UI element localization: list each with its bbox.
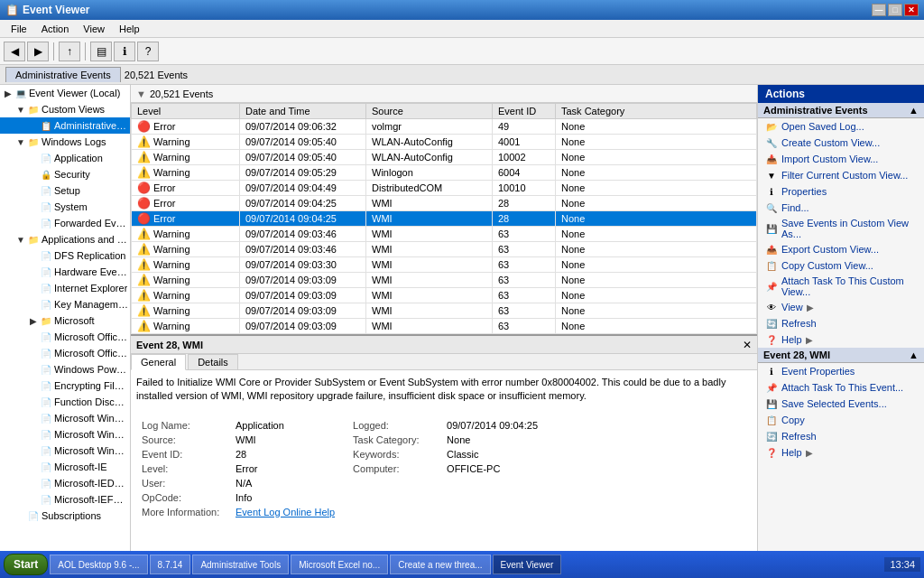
action-item-properties[interactable]: ℹProperties xyxy=(758,183,924,200)
table-row[interactable]: 🔴 Error09/07/2014 09:04:25WMI28None xyxy=(132,196,757,211)
action-item-copy[interactable]: 📋Copy xyxy=(758,412,924,428)
event-table-container[interactable]: Level Date and Time Source Event ID Task… xyxy=(131,103,757,334)
action-item-attach-task-to-this-event---[interactable]: 📌Attach Task To This Event... xyxy=(758,379,924,396)
admin-events-tab[interactable]: Administrative Events xyxy=(5,67,121,82)
col-level[interactable]: Level xyxy=(132,104,240,119)
menu-item-help[interactable]: Help xyxy=(112,22,147,36)
tree-item-microsoft[interactable]: ▶📁Microsoft xyxy=(0,312,130,329)
table-row[interactable]: ⚠️ Warning09/07/2014 09:05:29Winlogon600… xyxy=(132,165,757,181)
menu-item-view[interactable]: View xyxy=(76,22,112,36)
tree-item-dfs-replication[interactable]: 📄DFS Replication xyxy=(0,247,130,264)
action-item-copy-custom-view---[interactable]: 📋Copy Custom View... xyxy=(758,257,924,274)
action-item-refresh[interactable]: 🔄Refresh xyxy=(758,428,924,444)
action-item-create-custom-view---[interactable]: 🔧Create Custom View... xyxy=(758,135,924,151)
tree-item-subscriptions[interactable]: 📄Subscriptions xyxy=(0,508,130,524)
taskbar-item-administrative-tools[interactable]: Administrative Tools xyxy=(192,555,289,574)
help-button[interactable]: ? xyxy=(137,42,159,61)
table-row[interactable]: ⚠️ Warning09/07/2014 09:03:30WMI63None xyxy=(132,257,757,273)
taskbar-item-8-7-14[interactable]: 8.7.14 xyxy=(150,555,191,574)
tree-item-encrypting-file-system[interactable]: 📄Encrypting File System xyxy=(0,378,130,394)
tree-item-label: Windows Logs xyxy=(42,136,106,147)
table-row[interactable]: 🔴 Error09/07/2014 09:06:32volmgr49None xyxy=(132,119,757,135)
tree-expand-icon xyxy=(27,152,40,164)
tree-item-application[interactable]: 📄Application xyxy=(0,150,130,166)
maximize-button[interactable]: □ xyxy=(888,4,902,16)
tree-item-function-discovery-provi---[interactable]: 📄Function Discovery Provi... xyxy=(0,394,130,410)
table-row[interactable]: ⚠️ Warning09/07/2014 09:03:09WMI63None xyxy=(132,288,757,303)
table-row[interactable]: 🔴 Error09/07/2014 09:04:25WMI28None xyxy=(132,211,757,227)
col-datetime[interactable]: Date and Time xyxy=(240,104,366,119)
taskbar-item-aol-desktop-9-6-----[interactable]: AOL Desktop 9.6 -... xyxy=(50,555,147,574)
tree-item-windows-powershell[interactable]: 📄Windows PowerShell xyxy=(0,361,130,378)
tree-item-administrative-events[interactable]: 📋Administrative Events xyxy=(0,117,130,134)
col-category[interactable]: Task Category xyxy=(556,104,757,119)
event-log-online-help-link[interactable]: Event Log Online Help xyxy=(236,507,335,517)
action-item-event-properties[interactable]: ℹEvent Properties xyxy=(758,363,924,379)
menu-item-file[interactable]: File xyxy=(4,22,34,36)
table-row[interactable]: ⚠️ Warning09/07/2014 09:03:09WMI63None xyxy=(132,273,757,288)
table-row[interactable]: ⚠️ Warning09/07/2014 09:05:40WLAN-AutoCo… xyxy=(132,150,757,165)
tree-item-applications-and-services-lo--[interactable]: ▼📁Applications and Services Lo... xyxy=(0,231,130,247)
table-row[interactable]: ⚠️ Warning09/07/2014 09:03:46WMI63None xyxy=(132,227,757,242)
action-item-save-selected-events---[interactable]: 💾Save Selected Events... xyxy=(758,396,924,412)
tree-item-microsoft-iedvtool[interactable]: 📄Microsoft-IEDVTOOL xyxy=(0,475,130,491)
properties-button[interactable]: ℹ xyxy=(114,42,135,61)
detail-close-button[interactable]: ✕ xyxy=(743,339,752,351)
tree-item-microsoft-windows-servi---[interactable]: 📄Microsoft Windows Servi... xyxy=(0,410,130,426)
tree-item-setup[interactable]: 📄Setup xyxy=(0,182,130,199)
back-button[interactable]: ◀ xyxy=(4,42,25,61)
action-item-save-events-in-custom-view-as-[interactable]: 💾Save Events in Custom View As... xyxy=(758,216,924,241)
taskbar-item-microsoft-excel-no--[interactable]: Microsoft Excel no... xyxy=(291,555,388,574)
action-item-filter-current-custom-view---[interactable]: ▼Filter Current Custom View... xyxy=(758,167,924,183)
table-row[interactable]: ⚠️ Warning09/07/2014 09:05:40WLAN-AutoCo… xyxy=(132,135,757,150)
table-row[interactable]: 🔴 Error09/07/2014 09:04:49DistributedCOM… xyxy=(132,181,757,196)
tree-item-hardware-events[interactable]: 📄Hardware Events xyxy=(0,264,130,280)
start-button[interactable]: Start xyxy=(4,554,48,575)
tree-item-windows-logs[interactable]: ▼📁Windows Logs xyxy=(0,134,130,150)
col-eventid[interactable]: Event ID xyxy=(493,104,556,119)
tree-item-system[interactable]: 📄System xyxy=(0,199,130,215)
tree-node-icon: 📋 xyxy=(40,119,52,132)
action-item-find---[interactable]: 🔍Find... xyxy=(758,200,924,216)
table-row[interactable]: ⚠️ Warning09/07/2014 09:03:09WMI63None xyxy=(132,303,757,319)
action-item-refresh[interactable]: 🔄Refresh xyxy=(758,315,924,331)
tree-item-key-management-service[interactable]: 📄Key Management Service xyxy=(0,296,130,312)
taskbar-item-create-a-new-threa--[interactable]: Create a new threa... xyxy=(390,555,490,574)
actions-section1-header: Administrative Events ▲ xyxy=(758,103,924,118)
col-source[interactable]: Source xyxy=(366,104,493,119)
forward-button[interactable]: ▶ xyxy=(27,42,49,61)
tree-item-custom-views[interactable]: ▼📁Custom Views xyxy=(0,101,130,117)
tree-item-microsoft-office-diagnos---[interactable]: 📄Microsoft Office Diagnos... xyxy=(0,329,130,345)
action-item-help[interactable]: ❓Help▶ xyxy=(758,331,924,348)
cell-datetime: 09/07/2014 09:03:09 xyxy=(240,303,366,319)
action-item-view[interactable]: 👁View▶ xyxy=(758,299,924,315)
action-item-export-custom-view---[interactable]: 📤Export Custom View... xyxy=(758,241,924,257)
tree-item-security[interactable]: 🔒Security xyxy=(0,166,130,182)
tree-item-microsoft-ieframe[interactable]: 📄Microsoft-IEFRAME xyxy=(0,491,130,508)
action-item-import-custom-view---[interactable]: 📥Import Custom View... xyxy=(758,151,924,167)
tree-item-forwarded-events[interactable]: 📄Forwarded Events xyxy=(0,215,130,231)
tree-item-internet-explorer[interactable]: 📄Internet Explorer xyxy=(0,280,130,296)
section1-collapse[interactable]: ▲ xyxy=(909,105,919,116)
taskbar-item-event-viewer[interactable]: Event Viewer xyxy=(493,555,562,574)
show-hide-button[interactable]: ▤ xyxy=(90,42,112,61)
action-item-help[interactable]: ❓Help▶ xyxy=(758,444,924,461)
window-controls[interactable]: — □ ✕ xyxy=(872,4,919,16)
cell-level: ⚠️ Warning xyxy=(132,273,240,288)
tree-item-event-viewer--local-[interactable]: ▶💻Event Viewer (Local) xyxy=(0,85,130,101)
close-button[interactable]: ✕ xyxy=(904,4,919,16)
section2-collapse[interactable]: ▲ xyxy=(909,350,919,360)
menu-item-action[interactable]: Action xyxy=(34,22,77,36)
tree-item-microsoft-ie[interactable]: 📄Microsoft-IE xyxy=(0,459,130,475)
action-item-open-saved-log---[interactable]: 📂Open Saved Log... xyxy=(758,118,924,135)
table-row[interactable]: ⚠️ Warning09/07/2014 09:03:46WMI63None xyxy=(132,242,757,257)
tree-item-microsoft-windows-shell---[interactable]: 📄Microsoft Windows Shell... xyxy=(0,443,130,459)
up-button[interactable]: ↑ xyxy=(59,42,80,61)
tab-details[interactable]: Details xyxy=(188,354,238,369)
tree-item-microsoft-office-sessions[interactable]: 📄Microsoft Office Sessions xyxy=(0,345,130,361)
minimize-button[interactable]: — xyxy=(872,4,886,16)
tree-item-microsoft-windows-servi---[interactable]: 📄Microsoft Windows Servi... xyxy=(0,426,130,443)
tab-general[interactable]: General xyxy=(131,354,186,370)
table-row[interactable]: ⚠️ Warning09/07/2014 09:03:09WMI63None xyxy=(132,319,757,334)
action-item-attach-task-to-this-custom-vie[interactable]: 📌Attach Task To This Custom View... xyxy=(758,274,924,299)
